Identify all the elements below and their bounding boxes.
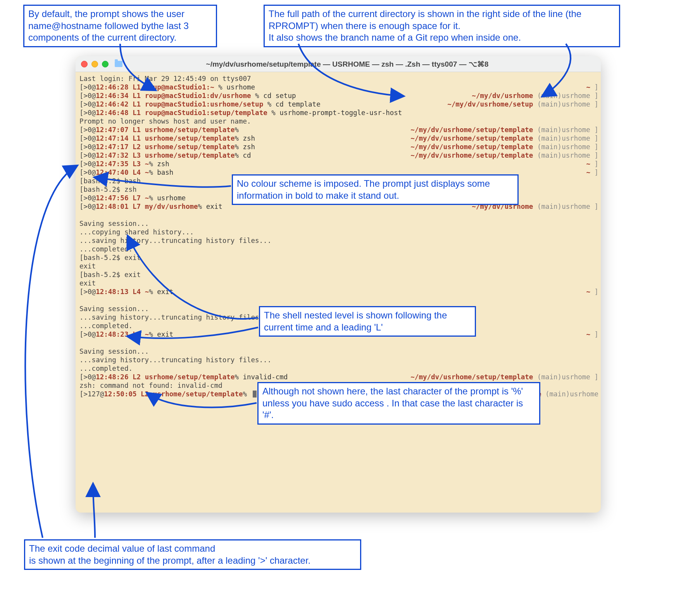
prompt-level: L3	[133, 160, 141, 168]
prompt-host-path: ~	[145, 169, 149, 176]
minimize-icon[interactable]	[91, 61, 98, 67]
prompt-host-path: roup@macStudio1:~	[145, 83, 214, 91]
prompt-left: [>127@12:50:05 L2 usrhome/setup/template…	[79, 390, 257, 398]
output-line: Saving session...	[79, 347, 149, 356]
terminal-line	[79, 211, 598, 219]
rprompt-bracket: ]	[590, 330, 598, 338]
prompt-symbol: %	[149, 160, 157, 168]
rprompt-label: usrhome	[570, 390, 598, 398]
exit-code: [>0@	[79, 194, 96, 202]
terminal-body[interactable]: Last login: Fri Mar 29 12:45:49 on ttys0…	[76, 72, 601, 401]
prompt-host-path: usrhome/setup/template	[145, 373, 235, 381]
bash-prompt-line: [bash-5.2$ bash	[79, 177, 141, 185]
prompt-symbol: %	[234, 143, 243, 151]
rprompt-path: ~/my/dv/usrhome/setup	[447, 100, 533, 108]
prompt-level: L7	[133, 194, 141, 202]
rprompt-path: ~/my/dv/usrhome/setup/template	[410, 373, 533, 381]
terminal-line: Prompt no longer shows host and user nam…	[79, 117, 598, 126]
prompt-time: 12:47:32	[96, 151, 128, 159]
rprompt-label: usrhome	[562, 126, 590, 134]
exit-code: [>0@	[79, 143, 96, 151]
rprompt-branch: (main)	[533, 151, 562, 159]
prompt-symbol: %	[251, 92, 264, 100]
prompt-left: [>0@12:46:28 L1 roup@macStudio1:~ % usrh…	[79, 83, 255, 91]
terminal-line: Saving session...	[79, 219, 598, 228]
prompt-time: 12:46:42	[96, 100, 128, 108]
exit-code: [>0@	[79, 160, 96, 168]
command-text: zsh	[157, 160, 169, 168]
prompt-left: [>0@12:47:56 L7 ~% usrhome	[79, 194, 186, 202]
rprompt: ~/my/dv/usrhome/setup (main)usrhome ]	[447, 100, 598, 108]
rprompt-label: usrhome	[562, 203, 590, 210]
bash-prompt-line: [bash-5.2$ zsh	[79, 185, 137, 194]
prompt-time: 12:48:26	[96, 373, 128, 381]
output-line: Saving session...	[79, 305, 149, 313]
terminal-line: exit	[79, 279, 598, 287]
exit-code: [>0@	[79, 169, 96, 176]
terminal-line: [>0@12:47:14 L1 usrhome/setup/template% …	[79, 134, 598, 143]
rprompt-branch: (main)	[533, 143, 562, 151]
output-line: ...completed.	[79, 322, 133, 330]
rprompt-bracket: ]	[590, 203, 598, 210]
rprompt-branch: (main)	[533, 373, 562, 381]
exit-code: [>127@	[79, 390, 104, 398]
window-title: ~/my/dv/usrhome/setup/template — USRHOME…	[99, 60, 595, 69]
close-icon[interactable]	[81, 61, 88, 67]
prompt-time: 12:47:17	[96, 143, 128, 151]
terminal-line: [>0@12:46:34 L1 roup@macStudio1:dv/usrho…	[79, 91, 598, 100]
rprompt-tilde: ~	[586, 288, 590, 296]
prompt-host-path: usrhome/setup/template	[153, 390, 243, 398]
prompt-left: [>0@12:47:35 L3 ~% zsh	[79, 160, 169, 168]
prompt-time: 12:47:40	[96, 169, 128, 176]
rprompt: ~/my/dv/usrhome (main)usrhome ]	[472, 91, 598, 100]
terminal-line: [>0@12:47:07 L1 usrhome/setup/template% …	[79, 126, 598, 134]
rprompt-label: usrhome	[562, 92, 590, 100]
command-text: cd	[243, 151, 251, 159]
rprompt-bracket: ]	[590, 288, 598, 296]
output-line: ...saving history...truncating history f…	[79, 236, 271, 245]
rprompt-path: ~/my/dv/usrhome/setup/template	[410, 143, 533, 151]
prompt-level: L1	[133, 134, 141, 142]
exit-code: [>0@	[79, 373, 96, 381]
rprompt-label: usrhome	[562, 100, 590, 108]
prompt-left: [>0@12:46:48 L1 roup@macStudio1:setup/te…	[79, 108, 402, 117]
command-text: cd setup	[263, 92, 296, 100]
prompt-left: [>0@12:47:14 L1 usrhome/setup/template% …	[79, 134, 255, 143]
titlebar: ~/my/dv/usrhome/setup/template — USRHOME…	[76, 56, 601, 72]
output-line: Last login: Fri Mar 29 12:45:49 on ttys0…	[79, 74, 251, 83]
callout-rprompt: The full path of the current directory i…	[264, 5, 620, 47]
exit-code: [>0@	[79, 288, 96, 296]
callout-nested-level: The shell nested level is shown followin…	[259, 306, 476, 337]
terminal-line: [>0@12:47:35 L3 ~% zsh~ ]	[79, 160, 598, 168]
prompt-left: [>0@12:47:40 L4 ~% bash	[79, 168, 173, 177]
terminal-line: [>0@12:46:28 L1 roup@macStudio1:~ % usrh…	[79, 83, 598, 91]
callout-sudo-char: Although not shown here, the last charac…	[257, 382, 540, 425]
prompt-symbol: %	[198, 203, 206, 210]
callout-exit-code: The exit code decimal value of last comm…	[24, 539, 361, 570]
prompt-level: L3	[133, 330, 141, 338]
command-text: invalid-cmd	[243, 373, 288, 381]
exit-code: [>0@	[79, 109, 96, 117]
rprompt: ~ ]	[586, 83, 598, 91]
rprompt-bracket: ]	[590, 126, 598, 134]
prompt-level: L2	[141, 390, 149, 398]
output-line: Prompt no longer shows host and user nam…	[79, 117, 251, 126]
terminal-window[interactable]: ~/my/dv/usrhome/setup/template — USRHOME…	[76, 56, 601, 513]
callout-colour: No colour scheme is imposed. The prompt …	[232, 174, 519, 205]
prompt-left: [>0@12:47:32 L3 usrhome/setup/template% …	[79, 151, 251, 160]
output-line: ...saving history...truncating history f…	[79, 356, 271, 364]
rprompt-path: ~/my/dv/usrhome/setup/template	[410, 126, 533, 134]
prompt-level: L4	[133, 288, 141, 296]
prompt-level: L4	[133, 169, 141, 176]
rprompt-bracket: ]	[590, 160, 598, 168]
rprompt: ~/my/dv/usrhome/setup/template (main)usr…	[410, 134, 598, 143]
prompt-host-path: usrhome/setup/template	[145, 143, 235, 151]
prompt-left: [>0@12:47:17 L2 usrhome/setup/template% …	[79, 143, 255, 151]
rprompt-tilde: ~	[586, 330, 590, 338]
output-line: exit	[79, 262, 96, 270]
prompt-host-path: roup@macStudio1:dv/usrhome	[145, 92, 251, 100]
prompt-left: [>0@12:46:42 L1 roup@macStudio1:usrhome/…	[79, 100, 321, 108]
rprompt: ~ ]	[586, 160, 598, 168]
rprompt-label: usrhome	[562, 134, 590, 142]
prompt-symbol: %	[149, 169, 157, 176]
